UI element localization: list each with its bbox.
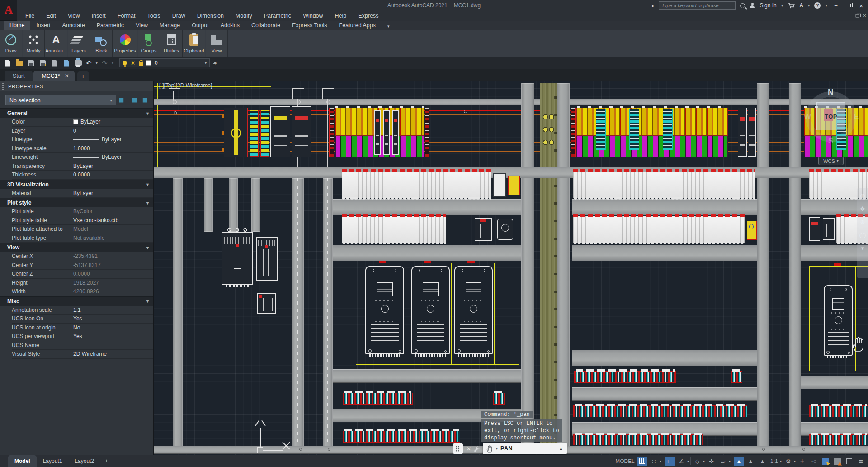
redo-icon[interactable]: ↷ — [102, 60, 108, 67]
ribbon-panel-properties[interactable]: Properties — [113, 30, 137, 57]
help-caret-icon[interactable]: ▾ — [825, 3, 827, 8]
undo-caret-icon[interactable]: ▾ — [96, 61, 98, 65]
ribbon-tab-insert[interactable]: Insert — [30, 21, 56, 30]
minimize-button[interactable]: – — [832, 2, 840, 9]
quick-select-icon[interactable] — [140, 96, 147, 104]
doc-minimize-button[interactable]: – — [849, 13, 852, 19]
doc-restore-button[interactable] — [855, 13, 859, 19]
ribbon-tab-home[interactable]: Home — [4, 21, 30, 30]
autocad-logo[interactable]: A — [0, 0, 17, 20]
menu-express[interactable]: Express — [353, 11, 384, 21]
model-space-toggle[interactable]: MODEL — [615, 457, 636, 466]
ribbon-tab-output[interactable]: Output — [186, 21, 215, 30]
menu-dimension[interactable]: Dimension — [192, 11, 229, 21]
open-from-web-icon[interactable] — [51, 59, 58, 67]
menu-draw[interactable]: Draw — [167, 11, 191, 21]
viewcube-west[interactable]: W — [804, 112, 811, 121]
menu-modify[interactable]: Modify — [230, 11, 258, 21]
layer-color-swatch[interactable] — [146, 60, 151, 66]
section-misc[interactable]: Misc▾ — [0, 296, 153, 306]
ribbon-tab-parametric[interactable]: Parametric — [91, 21, 130, 30]
scale-caret-icon[interactable]: ▾ — [780, 459, 782, 463]
ribbon-tab-express-tools[interactable]: Express Tools — [286, 21, 333, 30]
viewcube-east[interactable]: E — [854, 112, 859, 121]
sign-in-button[interactable]: Sign In — [760, 2, 776, 9]
restore-button[interactable] — [844, 2, 853, 9]
ribbon-panel-modify[interactable]: Modify — [23, 30, 45, 57]
annotation-scale-value[interactable]: 1:1 — [769, 457, 779, 466]
wcs-dropdown[interactable]: WCS▾ — [818, 157, 844, 165]
ribbon-panel-draw[interactable]: Draw — [0, 30, 22, 57]
search-input[interactable]: Type a keyword or phrase — [659, 1, 736, 10]
section-plot-style[interactable]: Plot style▾ — [0, 198, 153, 207]
command-bar-grip[interactable] — [453, 443, 463, 454]
workspace-caret-icon[interactable]: ▾ — [794, 459, 796, 463]
annotation-scale-icon[interactable]: ▲ — [757, 457, 768, 466]
menu-help[interactable]: Help — [330, 11, 352, 21]
drawing-viewport[interactable]: [-][Top][2D Wireframe] N W E S TOP WCS▾ … — [154, 81, 868, 455]
ortho-mode-icon[interactable]: ∟ — [665, 457, 675, 466]
clean-screen-icon[interactable] — [844, 457, 854, 466]
isolate-objects-icon[interactable]: ▫○ — [809, 457, 819, 466]
isodraft-icon[interactable]: ◇ — [692, 457, 703, 466]
nav-wheel-icon[interactable]: ◎ — [860, 192, 865, 199]
doc-close-button[interactable]: × — [863, 13, 866, 19]
file-tab-close-icon[interactable]: ✕ — [65, 73, 69, 79]
new-layout-button[interactable]: + — [100, 458, 113, 464]
section-view[interactable]: View▾ — [0, 243, 153, 252]
ribbon-panel-clipboard[interactable]: Clipboard — [183, 30, 205, 57]
command-history-toggle-icon[interactable]: ▲ — [559, 446, 563, 451]
save-icon[interactable] — [27, 59, 35, 67]
dynamic-ucs-icon[interactable]: ▱ — [718, 457, 728, 466]
command-close-icon[interactable]: ✕ — [465, 443, 473, 454]
toggle-pickadd-icon[interactable] — [119, 96, 127, 104]
file-tab-start[interactable]: Start — [5, 71, 33, 81]
search-icon[interactable] — [740, 3, 745, 8]
menu-file[interactable]: File — [20, 11, 40, 21]
viewport-controls-label[interactable]: [-][Top][2D Wireframe] — [159, 82, 212, 89]
grid-display-icon[interactable] — [637, 457, 647, 466]
help-icon[interactable]: ? — [814, 2, 821, 9]
layout-tab-layout1[interactable]: Layout1 — [37, 455, 69, 467]
polar-tracking-icon[interactable]: ∠ — [676, 457, 687, 466]
dynucs-caret-icon[interactable]: ▾ — [729, 459, 731, 463]
new-file-icon[interactable] — [4, 59, 11, 67]
annotation-monitor-icon[interactable]: + — [797, 457, 807, 466]
ribbon-panel-layers[interactable]: Layers — [68, 30, 90, 57]
new-drawing-tab-button[interactable]: + — [77, 71, 89, 81]
select-objects-icon[interactable] — [129, 96, 137, 104]
command-options-caret-icon[interactable]: ▾ — [496, 447, 498, 451]
section-general[interactable]: General▾ — [0, 108, 153, 118]
nav-more-icon[interactable]: ▾ — [861, 245, 864, 252]
ribbon-tab-view[interactable]: View — [130, 21, 154, 30]
ribbon-tab-addins[interactable]: Add-ins — [215, 21, 245, 30]
command-input-bar[interactable]: ▾ PAN ▲ — [483, 443, 567, 454]
layer-unlock-icon[interactable] — [139, 62, 143, 66]
ribbon-panel-annotation[interactable]: A Annotati... — [45, 30, 67, 57]
nav-pan-icon[interactable]: ✥ — [860, 205, 865, 212]
viewcube-north[interactable]: N — [828, 88, 833, 97]
osnap-tracking-icon[interactable]: ✛ — [706, 457, 717, 466]
snap-caret-icon[interactable]: ▾ — [660, 459, 661, 463]
ribbon-tab-featured-apps[interactable]: Featured Apps — [333, 21, 382, 30]
ribbon-tab-collaborate[interactable]: Collaborate — [245, 21, 286, 30]
isodraft-caret-icon[interactable]: ▾ — [703, 459, 705, 463]
layout-tab-model[interactable]: Model — [8, 455, 37, 467]
redo-caret-icon[interactable]: ▾ — [112, 61, 114, 65]
menu-tools[interactable]: Tools — [142, 11, 165, 21]
workspace-gear-icon[interactable]: ⚙ — [783, 457, 793, 466]
viewcube-top-face[interactable]: TOP — [816, 102, 845, 130]
selection-dropdown[interactable]: No selection▾ — [5, 95, 116, 105]
menu-edit[interactable]: Edit — [41, 11, 61, 21]
nav-zoom-icon[interactable]: ⊕ — [860, 219, 865, 225]
properties-header[interactable]: PROPERTIES — [0, 81, 153, 91]
app-store-cart-icon[interactable] — [788, 2, 795, 9]
autodesk-app-icon[interactable]: A — [799, 2, 803, 9]
ribbon-panel-utilities[interactable]: Utilities — [160, 30, 183, 57]
sign-in-caret-icon[interactable]: ▾ — [781, 3, 783, 8]
save-to-web-icon[interactable] — [62, 59, 70, 67]
ribbon-options-caret-icon[interactable]: ▾ — [382, 21, 396, 30]
section-3d-visualization[interactable]: 3D Visualization▾ — [0, 180, 153, 189]
plot-icon[interactable] — [74, 59, 82, 67]
menu-format[interactable]: Format — [112, 11, 141, 21]
